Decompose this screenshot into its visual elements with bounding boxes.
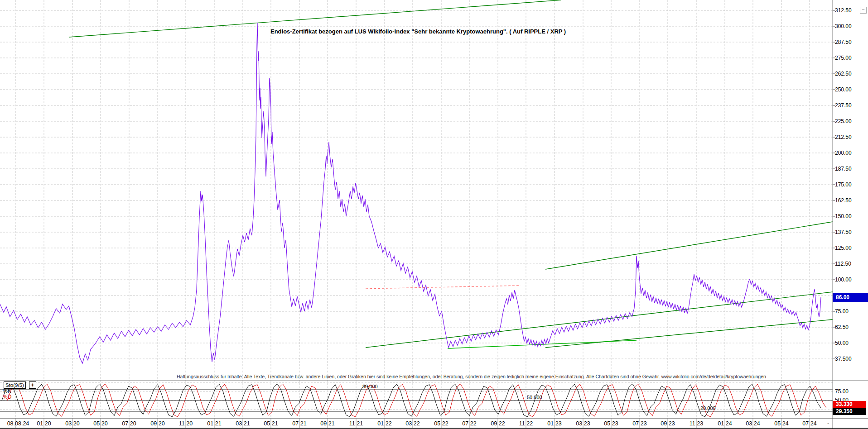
x-axis-date-label: 07 23 <box>632 420 646 427</box>
x-axis-date-label: 11 23 <box>690 420 703 427</box>
x-axis-date-label: 07 24 <box>802 420 816 427</box>
x-axis-date-label: 07 21 <box>292 420 306 427</box>
x-axis-date-label: 05 21 <box>264 420 278 427</box>
chart-canvas <box>0 0 868 429</box>
stochastic-k-value-badge: 29.350 <box>833 408 866 415</box>
y-axis-tick-label: 125.00 <box>835 245 852 251</box>
y-axis-tick-label: 287.50 <box>835 39 852 45</box>
x-axis-date-label: 01 24 <box>718 420 732 427</box>
y-axis-tick-label: 62.50 <box>835 324 849 330</box>
resistance-dashed-red <box>366 286 521 289</box>
stochastic-d-value-badge: 33.330 <box>833 401 866 408</box>
x-axis-date-label: 01 20 <box>37 420 51 427</box>
x-axis-date-label: 09 21 <box>320 420 334 427</box>
add-indicator-button[interactable]: + <box>29 381 36 389</box>
x-axis-date-label: 11 20 <box>179 420 193 427</box>
y-axis-tick-label: 225.00 <box>835 118 852 124</box>
y-axis-tick-label: 50.00 <box>835 340 849 346</box>
y-axis-tick-label: 262.50 <box>835 71 852 77</box>
trend-line-resistance <box>545 222 833 269</box>
x-axis-date-label: 03 20 <box>65 420 79 427</box>
x-axis-date-label: 05 20 <box>93 420 107 427</box>
x-axis-date-label: 03 22 <box>405 420 420 427</box>
x-axis-date-label: 03 24 <box>746 420 760 427</box>
stochastic-k-label: %K <box>3 388 11 394</box>
y-axis-tick-label: 75.00 <box>835 308 849 315</box>
disclaimer-text: Haftungsausschluss für Inhalte: Alle Tex… <box>177 374 766 379</box>
chart-root: Endlos-Zertifikat bezogen auf LUS Wikifo… <box>0 0 868 429</box>
x-axis-date-label: 07 22 <box>462 420 476 427</box>
indicator-axis-label: 75.00 <box>835 388 849 395</box>
x-axis-date-label: 01 22 <box>377 420 391 427</box>
y-axis-tick-label: 175.00 <box>835 181 852 188</box>
x-axis-date-label: 09 20 <box>150 420 164 427</box>
x-axis-date-label: 11 21 <box>349 420 363 427</box>
axis-range-control[interactable]: - <box>827 420 829 427</box>
y-axis-tick-label: 237.50 <box>835 102 852 109</box>
y-axis-tick-label: 312.50 <box>835 7 852 14</box>
chart-title: Endlos-Zertifikat bezogen auf LUS Wikifo… <box>270 28 566 35</box>
x-axis-date-label: 03 21 <box>236 420 250 427</box>
x-axis-date-label: 01 21 <box>207 420 221 427</box>
y-axis-tick-label: 250.00 <box>835 86 852 93</box>
x-axis-date-label: 03 23 <box>576 420 590 427</box>
x-axis-date-label: 09 22 <box>491 420 505 427</box>
y-axis-tick-label: 37.500 <box>835 356 852 362</box>
y-axis-tick-label: 100.00 <box>835 276 852 283</box>
x-axis-date-label: 05 22 <box>434 420 448 427</box>
trend-line-support-main <box>366 292 833 348</box>
x-axis-date-label: 05 24 <box>774 420 788 427</box>
indicator-level-label: 20.000 <box>700 405 716 411</box>
indicator-level-label: 80.000 <box>362 384 378 389</box>
trend-line-support-lower <box>545 319 833 348</box>
y-axis-tick-label: 187.50 <box>835 166 852 172</box>
x-axis-date-label: 05 23 <box>604 420 618 427</box>
x-axis-date-label: 07 20 <box>122 420 136 427</box>
y-axis-tick-label: 212.50 <box>835 134 852 140</box>
collapse-chart-button[interactable]: − <box>860 7 867 14</box>
x-axis-date-label: 09 23 <box>661 420 675 427</box>
indicator-level-label: 50.000 <box>527 395 542 400</box>
y-axis-tick-label: 137.50 <box>835 229 852 235</box>
y-axis-tick-label: 200.00 <box>835 150 852 156</box>
y-axis-tick-label: 162.50 <box>835 197 852 204</box>
stochastic-d-label: %D <box>3 394 11 400</box>
current-price-badge: 86.00 <box>833 293 868 302</box>
y-axis-tick-label: 150.00 <box>835 213 852 219</box>
y-axis-tick-label: 275.00 <box>835 55 852 61</box>
y-axis-tick-label: 112.50 <box>835 261 851 267</box>
y-axis-tick-label: 300.00 <box>835 23 852 29</box>
x-axis-date-label: 11 22 <box>519 420 533 427</box>
x-axis-date-label: 01 23 <box>547 420 561 427</box>
x-axis-date-label: 08.08.24 <box>7 420 29 427</box>
